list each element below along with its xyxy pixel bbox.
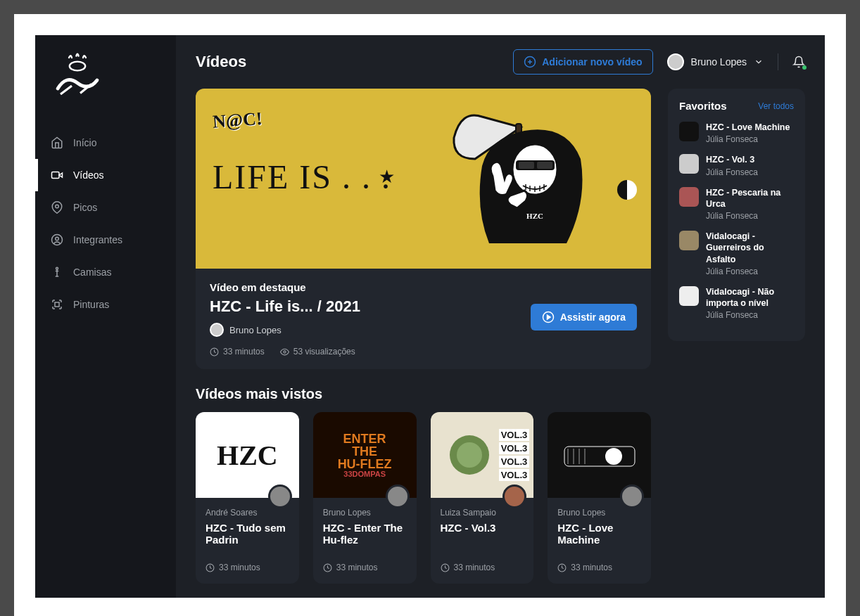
eye-icon <box>280 347 289 357</box>
video-card[interactable]: Bruno Lopes HZC - Love Machine 33 minuto… <box>548 412 651 584</box>
nav-paintings[interactable]: Pinturas <box>35 288 176 321</box>
svg-rect-7 <box>55 302 59 307</box>
featured-meta: Vídeo em destaque HZC - Life is... / 202… <box>196 269 651 369</box>
card-avatar <box>268 485 292 508</box>
notifications-button[interactable] <box>792 56 805 68</box>
author-name: Bruno Lopes <box>229 325 282 335</box>
nav-videos[interactable]: Vídeos <box>35 159 176 191</box>
svg-rect-15 <box>537 162 552 169</box>
favorites-title: Favoritos <box>679 100 727 112</box>
favorites-see-all[interactable]: Ver todos <box>758 101 794 111</box>
card-title: HZC - Love Machine <box>557 522 641 550</box>
card-duration: 33 minutos <box>557 563 641 572</box>
nav-label: Camisas <box>73 267 111 278</box>
favorite-thumb <box>679 187 699 207</box>
favorite-author: Júlia Fonseca <box>706 134 794 144</box>
user-menu[interactable]: Bruno Lopes <box>667 53 764 70</box>
featured-artwork: N@C! LIFE IS . . . ★ <box>196 89 651 269</box>
nav-picos[interactable]: Picos <box>35 191 176 224</box>
card-avatar <box>386 485 410 508</box>
favorite-title: Vidalocagi - Guerreiros do Asfalto <box>706 231 794 265</box>
star-decoration: ★ <box>379 166 395 188</box>
divider <box>778 53 778 70</box>
featured-card: N@C! LIFE IS . . . ★ <box>196 89 651 369</box>
art-brand-text: N@C! <box>212 99 391 133</box>
svg-rect-31 <box>564 447 635 466</box>
cards-grid: HZC André Soares HZC - Tudo sem Padrin 3… <box>196 412 651 584</box>
views: 53 visualizações <box>280 347 355 357</box>
svg-point-6 <box>56 267 58 269</box>
favorite-thumb <box>679 154 699 174</box>
video-card[interactable]: ENTERTHEHU-FLEZ33DOMPAS Bruno Lopes HZC … <box>313 412 417 584</box>
nav-shirts[interactable]: Camisas <box>35 256 176 288</box>
main-panel: Vídeos Adicionar novo vídeo Bruno Lopes <box>176 35 825 598</box>
nav-home[interactable]: Início <box>35 127 176 159</box>
favorite-thumb <box>679 231 699 250</box>
app-root: Início Vídeos Picos Integrantes Camisas … <box>35 35 825 598</box>
most-viewed-section: Vídeos mais vistos HZC André Soares HZC … <box>196 386 651 584</box>
svg-point-36 <box>605 448 622 465</box>
add-video-button[interactable]: Adicionar novo vídeo <box>513 49 652 75</box>
featured-label: Vídeo em destaque <box>210 281 637 293</box>
favorites-panel: Favoritos Ver todos HZC - Love MachineJú… <box>668 89 805 341</box>
clock-icon <box>441 563 450 572</box>
favorite-item[interactable]: HZC - Pescaria na UrcaJúlia Fonseca <box>679 187 794 222</box>
favorite-author: Júlia Fonseca <box>706 167 794 177</box>
notification-dot <box>802 65 807 70</box>
favorite-item[interactable]: HZC - Love MachineJúlia Fonseca <box>679 122 794 144</box>
clock-icon <box>323 563 332 572</box>
reaper-illustration: HZC <box>440 96 609 264</box>
favorite-thumb <box>679 286 699 306</box>
nav-members[interactable]: Integrantes <box>35 224 176 256</box>
card-thumbnail: HZC <box>196 412 299 498</box>
favorite-item[interactable]: HZC - Vol. 3Júlia Fonseca <box>679 154 794 177</box>
svg-rect-1 <box>52 172 60 179</box>
add-video-label: Adicionar novo vídeo <box>542 56 642 68</box>
favorite-title: HZC - Vol. 3 <box>706 154 794 165</box>
sidebar: Início Vídeos Picos Integrantes Camisas … <box>35 35 176 598</box>
svg-marker-25 <box>547 315 550 319</box>
card-avatar <box>502 485 526 508</box>
clock-icon <box>205 563 215 572</box>
card-duration: 33 minutos <box>441 563 524 572</box>
card-author: André Soares <box>205 508 289 518</box>
brand-logo <box>35 49 176 127</box>
nav-label: Pinturas <box>73 299 109 310</box>
yinyang-decoration <box>617 180 637 200</box>
card-title: HZC - Enter The Hu-flez <box>323 522 407 550</box>
svg-text:HZC: HZC <box>526 212 543 220</box>
nav-label: Picos <box>73 202 97 213</box>
nav-label: Integrantes <box>73 234 122 245</box>
people-icon <box>51 233 63 246</box>
card-author: Bruno Lopes <box>323 508 407 518</box>
favorite-author: Júlia Fonseca <box>706 267 794 276</box>
svg-point-0 <box>70 62 85 71</box>
watch-label: Assistir agora <box>560 312 626 323</box>
user-avatar <box>667 53 684 70</box>
watch-now-button[interactable]: Assistir agora <box>531 304 637 331</box>
play-circle-icon <box>542 311 555 323</box>
duration: 33 minutos <box>210 347 265 357</box>
video-card[interactable]: HZC André Soares HZC - Tudo sem Padrin 3… <box>196 412 299 584</box>
favorite-thumb <box>679 122 699 141</box>
card-title: HZC - Tudo sem Padrin <box>205 522 289 550</box>
frame-icon <box>51 298 63 311</box>
card-duration: 33 minutos <box>205 563 289 572</box>
page-title: Vídeos <box>196 53 246 71</box>
topbar-right: Adicionar novo vídeo Bruno Lopes <box>513 49 805 75</box>
section-title: Vídeos mais vistos <box>196 386 651 402</box>
favorite-title: HZC - Love Machine <box>706 122 794 133</box>
favorite-item[interactable]: Vidalocagi - Não importa o nívelJúlia Fo… <box>679 286 794 321</box>
nav-label: Início <box>73 137 96 148</box>
video-card[interactable]: VOL.3 VOL.3 VOL.3 VOL.3 Luiza Sampaio HZ… <box>431 412 534 584</box>
svg-rect-14 <box>519 162 534 169</box>
svg-point-3 <box>56 205 59 208</box>
art-life-text: LIFE IS . . . <box>213 158 391 196</box>
chevron-down-icon <box>754 57 764 67</box>
shirt-icon <box>51 266 63 278</box>
pin-icon <box>51 201 63 214</box>
favorite-title: Vidalocagi - Não importa o nível <box>706 286 794 309</box>
favorite-item[interactable]: Vidalocagi - Guerreiros do AsfaltoJúlia … <box>679 231 794 276</box>
card-title: HZC - Vol.3 <box>441 522 524 550</box>
user-name: Bruno Lopes <box>691 56 747 68</box>
